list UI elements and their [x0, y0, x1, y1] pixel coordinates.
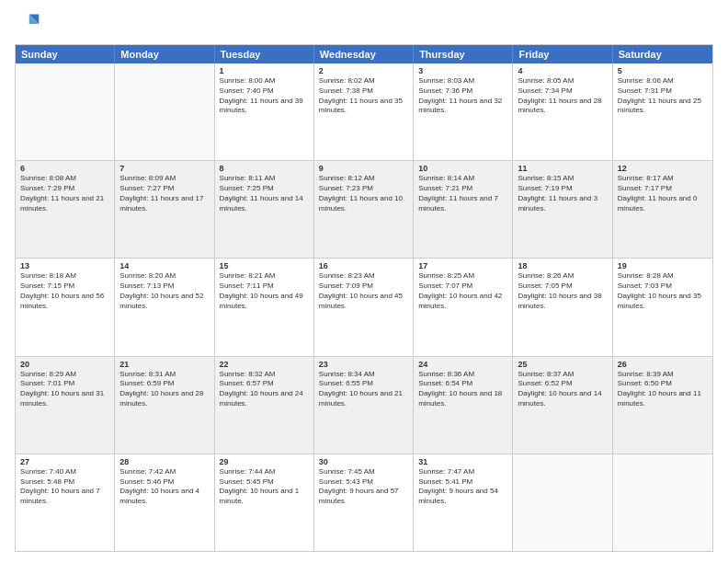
- cal-cell-empty-0-1: [115, 63, 214, 160]
- cell-info: Sunrise: 7:44 AM Sunset: 5:45 PM Dayligh…: [220, 467, 309, 507]
- day-number: 12: [618, 164, 708, 173]
- cal-cell-day-7: 7Sunrise: 8:09 AM Sunset: 7:27 PM Daylig…: [115, 161, 214, 258]
- weekday-header-monday: Monday: [115, 45, 214, 63]
- day-number: 19: [618, 261, 708, 270]
- cell-info: Sunrise: 8:21 AM Sunset: 7:11 PM Dayligh…: [220, 271, 309, 311]
- cal-cell-day-14: 14Sunrise: 8:20 AM Sunset: 7:13 PM Dayli…: [115, 259, 214, 355]
- day-number: 18: [518, 261, 607, 270]
- weekday-header-tuesday: Tuesday: [215, 45, 314, 63]
- cell-info: Sunrise: 8:08 AM Sunset: 7:29 PM Dayligh…: [20, 174, 109, 213]
- cal-cell-day-18: 18Sunrise: 8:26 AM Sunset: 7:05 PM Dayli…: [513, 259, 612, 355]
- cal-cell-day-13: 13Sunrise: 8:18 AM Sunset: 7:15 PM Dayli…: [16, 259, 115, 355]
- logo: [15, 11, 44, 37]
- day-number: 5: [618, 66, 708, 75]
- cal-cell-day-17: 17Sunrise: 8:25 AM Sunset: 7:07 PM Dayli…: [414, 259, 513, 355]
- day-number: 6: [20, 164, 109, 173]
- day-number: 31: [418, 457, 507, 466]
- cal-cell-day-21: 21Sunrise: 8:31 AM Sunset: 6:59 PM Dayli…: [115, 357, 214, 454]
- cal-cell-day-23: 23Sunrise: 8:34 AM Sunset: 6:55 PM Dayli…: [314, 357, 414, 454]
- calendar-row-2: 13Sunrise: 8:18 AM Sunset: 7:15 PM Dayli…: [16, 258, 712, 355]
- cal-cell-day-15: 15Sunrise: 8:21 AM Sunset: 7:11 PM Dayli…: [215, 259, 314, 355]
- day-number: 23: [319, 360, 408, 369]
- calendar: SundayMondayTuesdayWednesdayThursdayFrid…: [15, 44, 713, 552]
- cell-info: Sunrise: 7:45 AM Sunset: 5:43 PM Dayligh…: [319, 467, 408, 507]
- weekday-header-wednesday: Wednesday: [314, 45, 414, 63]
- cell-info: Sunrise: 8:28 AM Sunset: 7:03 PM Dayligh…: [618, 271, 708, 311]
- day-number: 13: [20, 261, 109, 270]
- cal-cell-day-31: 31Sunrise: 7:47 AM Sunset: 5:41 PM Dayli…: [414, 454, 513, 551]
- cal-cell-empty-4-6: [613, 454, 712, 551]
- calendar-body: 1Sunrise: 8:00 AM Sunset: 7:40 PM Daylig…: [16, 63, 712, 551]
- cell-info: Sunrise: 8:23 AM Sunset: 7:09 PM Dayligh…: [319, 271, 408, 311]
- day-number: 9: [319, 164, 408, 173]
- day-number: 26: [618, 360, 708, 369]
- cal-cell-day-1: 1Sunrise: 8:00 AM Sunset: 7:40 PM Daylig…: [215, 63, 314, 160]
- cell-info: Sunrise: 8:06 AM Sunset: 7:31 PM Dayligh…: [618, 76, 708, 116]
- cal-cell-day-12: 12Sunrise: 8:17 AM Sunset: 7:17 PM Dayli…: [613, 161, 712, 258]
- day-number: 15: [220, 261, 309, 270]
- day-number: 29: [220, 457, 309, 466]
- calendar-row-0: 1Sunrise: 8:00 AM Sunset: 7:40 PM Daylig…: [16, 63, 712, 160]
- cell-info: Sunrise: 8:18 AM Sunset: 7:15 PM Dayligh…: [20, 271, 109, 311]
- cell-info: Sunrise: 8:26 AM Sunset: 7:05 PM Dayligh…: [518, 271, 607, 311]
- cell-info: Sunrise: 8:12 AM Sunset: 7:23 PM Dayligh…: [319, 174, 408, 213]
- cell-info: Sunrise: 8:31 AM Sunset: 6:59 PM Dayligh…: [119, 370, 209, 409]
- page: SundayMondayTuesdayWednesdayThursdayFrid…: [0, 0, 728, 563]
- calendar-row-1: 6Sunrise: 8:08 AM Sunset: 7:29 PM Daylig…: [16, 160, 712, 258]
- cell-info: Sunrise: 7:40 AM Sunset: 5:48 PM Dayligh…: [20, 467, 109, 507]
- cal-cell-day-22: 22Sunrise: 8:32 AM Sunset: 6:57 PM Dayli…: [215, 357, 314, 454]
- cell-info: Sunrise: 8:39 AM Sunset: 6:50 PM Dayligh…: [618, 370, 708, 409]
- cal-cell-day-16: 16Sunrise: 8:23 AM Sunset: 7:09 PM Dayli…: [314, 259, 414, 355]
- cell-info: Sunrise: 8:17 AM Sunset: 7:17 PM Dayligh…: [618, 174, 708, 213]
- cell-info: Sunrise: 7:42 AM Sunset: 5:46 PM Dayligh…: [119, 467, 209, 507]
- cell-info: Sunrise: 8:14 AM Sunset: 7:21 PM Dayligh…: [418, 174, 507, 213]
- cal-cell-day-25: 25Sunrise: 8:37 AM Sunset: 6:52 PM Dayli…: [513, 357, 612, 454]
- weekday-header-friday: Friday: [513, 45, 612, 63]
- day-number: 11: [518, 164, 607, 173]
- day-number: 21: [119, 360, 209, 369]
- cal-cell-day-2: 2Sunrise: 8:02 AM Sunset: 7:38 PM Daylig…: [314, 63, 414, 160]
- day-number: 14: [119, 261, 209, 270]
- cal-cell-day-27: 27Sunrise: 7:40 AM Sunset: 5:48 PM Dayli…: [16, 454, 115, 551]
- cal-cell-day-29: 29Sunrise: 7:44 AM Sunset: 5:45 PM Dayli…: [215, 454, 314, 551]
- cal-cell-day-19: 19Sunrise: 8:28 AM Sunset: 7:03 PM Dayli…: [613, 259, 712, 355]
- day-number: 22: [220, 360, 309, 369]
- calendar-row-4: 27Sunrise: 7:40 AM Sunset: 5:48 PM Dayli…: [16, 454, 712, 551]
- weekday-header-thursday: Thursday: [414, 45, 513, 63]
- day-number: 1: [220, 66, 309, 75]
- cell-info: Sunrise: 8:00 AM Sunset: 7:40 PM Dayligh…: [220, 76, 309, 116]
- cal-cell-day-3: 3Sunrise: 8:03 AM Sunset: 7:36 PM Daylig…: [414, 63, 513, 160]
- calendar-row-3: 20Sunrise: 8:29 AM Sunset: 7:01 PM Dayli…: [16, 356, 712, 454]
- cell-info: Sunrise: 8:25 AM Sunset: 7:07 PM Dayligh…: [418, 271, 507, 311]
- cell-info: Sunrise: 8:03 AM Sunset: 7:36 PM Dayligh…: [418, 76, 507, 116]
- day-number: 27: [20, 457, 109, 466]
- header: [15, 11, 713, 37]
- day-number: 28: [119, 457, 209, 466]
- cal-cell-day-4: 4Sunrise: 8:05 AM Sunset: 7:34 PM Daylig…: [513, 63, 612, 160]
- day-number: 7: [119, 164, 209, 173]
- cal-cell-day-26: 26Sunrise: 8:39 AM Sunset: 6:50 PM Dayli…: [613, 357, 712, 454]
- cal-cell-day-8: 8Sunrise: 8:11 AM Sunset: 7:25 PM Daylig…: [215, 161, 314, 258]
- cal-cell-empty-4-5: [513, 454, 612, 551]
- cell-info: Sunrise: 8:29 AM Sunset: 7:01 PM Dayligh…: [20, 370, 109, 409]
- cell-info: Sunrise: 8:20 AM Sunset: 7:13 PM Dayligh…: [119, 271, 209, 311]
- cell-info: Sunrise: 8:15 AM Sunset: 7:19 PM Dayligh…: [518, 174, 607, 213]
- day-number: 16: [319, 261, 408, 270]
- day-number: 2: [319, 66, 408, 75]
- cal-cell-day-9: 9Sunrise: 8:12 AM Sunset: 7:23 PM Daylig…: [314, 161, 414, 258]
- cal-cell-day-20: 20Sunrise: 8:29 AM Sunset: 7:01 PM Dayli…: [16, 357, 115, 454]
- day-number: 10: [418, 164, 507, 173]
- day-number: 8: [220, 164, 309, 173]
- calendar-header: SundayMondayTuesdayWednesdayThursdayFrid…: [16, 45, 712, 63]
- day-number: 25: [518, 360, 607, 369]
- cell-info: Sunrise: 8:37 AM Sunset: 6:52 PM Dayligh…: [518, 370, 607, 409]
- cell-info: Sunrise: 8:02 AM Sunset: 7:38 PM Dayligh…: [319, 76, 408, 116]
- day-number: 3: [418, 66, 507, 75]
- cal-cell-day-24: 24Sunrise: 8:36 AM Sunset: 6:54 PM Dayli…: [414, 357, 513, 454]
- day-number: 4: [518, 66, 607, 75]
- cal-cell-day-5: 5Sunrise: 8:06 AM Sunset: 7:31 PM Daylig…: [613, 63, 712, 160]
- cell-info: Sunrise: 8:11 AM Sunset: 7:25 PM Dayligh…: [220, 174, 309, 213]
- cal-cell-day-6: 6Sunrise: 8:08 AM Sunset: 7:29 PM Daylig…: [16, 161, 115, 258]
- cell-info: Sunrise: 8:09 AM Sunset: 7:27 PM Dayligh…: [119, 174, 209, 213]
- cell-info: Sunrise: 8:34 AM Sunset: 6:55 PM Dayligh…: [319, 370, 408, 409]
